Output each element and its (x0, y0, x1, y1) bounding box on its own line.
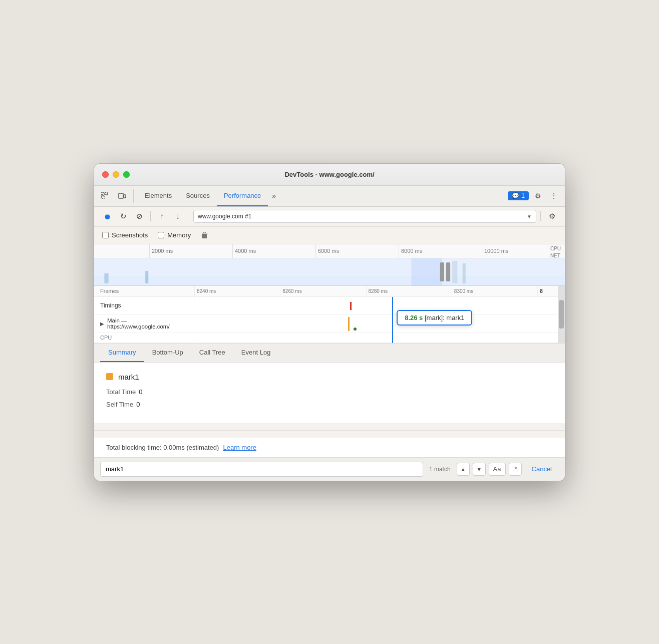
chevron-down-icon: ▼ (476, 466, 482, 472)
capture-options-row: Screenshots Memory 🗑 (94, 227, 565, 244)
tab-call-tree[interactable]: Call Tree (191, 344, 233, 362)
main-activity-bar (348, 317, 350, 331)
screenshots-checkbox[interactable] (102, 232, 109, 238)
cpu-content[interactable] (194, 333, 565, 343)
detail-mark-3: 8300 ms (452, 286, 537, 296)
bottom-tab-bar: Summary Bottom-Up Call Tree Event Log (94, 344, 565, 363)
upload-button[interactable]: ↑ (155, 209, 169, 223)
mark-name: mark1 (118, 373, 139, 381)
svg-rect-8 (452, 261, 457, 283)
devtools-icons (98, 189, 134, 203)
more-tabs-button[interactable]: » (268, 185, 280, 206)
ruler-mark-3: 8000 ms (399, 244, 482, 258)
search-cancel-button[interactable]: Cancel (525, 462, 559, 477)
total-time-label: Total Time (106, 388, 136, 396)
main-label: ▶ Main — https://www.google.com/ (94, 315, 194, 333)
learn-more-link[interactable]: Learn more (223, 444, 256, 451)
minimize-button[interactable] (113, 171, 119, 178)
screenshots-checkbox-label[interactable]: Screenshots (102, 231, 148, 239)
ruler-mark-2: 6000 ms (315, 244, 399, 258)
regex-button[interactable]: .* (509, 463, 522, 476)
blocking-time-text: Total blocking time: 0.00ms (estimated) (106, 444, 219, 451)
total-time-value: 0 (139, 388, 142, 396)
inspect-icon[interactable] (98, 189, 112, 203)
svg-rect-6 (104, 273, 108, 283)
tab-performance[interactable]: Performance (217, 185, 268, 206)
summary-panel: mark1 Total Time 0 Self Time 0 (94, 363, 565, 423)
toolbar-separator-2 (189, 211, 189, 221)
ruler-mark-0: 2000 ms (149, 244, 232, 258)
mark-header: mark1 (106, 373, 553, 381)
case-sensitive-button[interactable]: Aa (489, 463, 506, 476)
toolbar-separator-3 (540, 211, 541, 221)
timing-tooltip: 8.26 s [mark]: mark1 (397, 310, 472, 326)
search-prev-button[interactable]: ▲ (457, 463, 470, 476)
cpu-row: CPU (94, 333, 565, 343)
url-selector[interactable]: www.google.com #1 ▼ (193, 210, 536, 223)
close-button[interactable] (102, 171, 109, 178)
ruler-marks: 2000 ms 4000 ms 6000 ms 8000 ms 10000 ms (94, 244, 565, 258)
svg-rect-0 (102, 192, 104, 195)
download-button[interactable]: ↓ (171, 209, 185, 223)
device-toggle-icon[interactable] (115, 189, 129, 203)
search-match-count: 1 match (426, 466, 454, 473)
total-time-row: Total Time 0 (106, 388, 553, 396)
more-options-icon[interactable]: ⋮ (547, 189, 561, 203)
toolbar-separator (150, 211, 151, 221)
devtools-right-actions: 💬 1 ⚙ ⋮ (508, 189, 561, 203)
clear-recordings-button[interactable]: 🗑 (201, 231, 209, 240)
svg-rect-1 (102, 196, 104, 198)
search-bar: 1 match ▲ ▼ Aa .* Cancel (94, 457, 565, 481)
timeline-overview-chart[interactable] (94, 258, 565, 286)
timeline-detail-wrapper: Frames 8240 ms 8260 ms 8280 ms 8300 ms 8… (94, 286, 565, 343)
settings-icon[interactable]: ⚙ (531, 189, 545, 203)
search-next-button[interactable]: ▼ (473, 463, 486, 476)
bottom-panel: Summary Bottom-Up Call Tree Event Log ma… (94, 343, 565, 481)
detail-mark-0: 8240 ms (194, 286, 280, 296)
main-content[interactable] (194, 315, 565, 333)
tooltip-time: 8.26 s (405, 314, 423, 321)
green-indicator (354, 328, 357, 331)
time-cursor[interactable] (392, 297, 393, 343)
tab-bottom-up[interactable]: Bottom-Up (144, 344, 191, 362)
timings-row: Timings (94, 297, 565, 315)
ruler-mark-1: 4000 ms (232, 244, 315, 258)
blocking-time-row: Total blocking time: 0.00ms (estimated) … (106, 444, 553, 451)
timeline-scrollbar[interactable] (558, 286, 565, 343)
url-text: www.google.com #1 (198, 213, 525, 220)
tab-sources[interactable]: Sources (179, 185, 217, 206)
memory-checkbox[interactable] (158, 232, 164, 238)
timings-content[interactable] (194, 297, 565, 314)
svg-rect-5 (94, 276, 565, 286)
traffic-lights (102, 171, 130, 178)
svg-rect-3 (119, 193, 123, 198)
cpu-label: CPU (94, 333, 194, 343)
console-badge[interactable]: 💬 1 (508, 191, 529, 200)
tab-event-log[interactable]: Event Log (233, 344, 279, 362)
overview-ruler: 2000 ms 4000 ms 6000 ms 8000 ms 10000 ms… (94, 244, 565, 258)
tab-summary[interactable]: Summary (100, 344, 144, 362)
window-title: DevTools - www.google.com/ (284, 171, 374, 178)
svg-rect-10 (411, 258, 442, 286)
maximize-button[interactable] (123, 171, 130, 178)
svg-rect-11 (440, 262, 444, 281)
search-input[interactable] (100, 462, 423, 477)
tab-elements[interactable]: Elements (138, 185, 179, 206)
timeline-area: 2000 ms 4000 ms 6000 ms 8000 ms 10000 ms… (94, 244, 565, 343)
clear-button[interactable]: ⊘ (132, 209, 146, 223)
cpu-net-labels: CPU NET (550, 245, 561, 258)
svg-rect-2 (105, 192, 108, 195)
detail-mark-2: 8280 ms (366, 286, 452, 296)
scrollbar-thumb[interactable] (559, 300, 564, 329)
url-dropdown-arrow: ▼ (527, 214, 532, 219)
expand-main-button[interactable]: ▶ (100, 321, 104, 327)
memory-checkbox-label[interactable]: Memory (158, 231, 191, 239)
detail-mark-1: 8260 ms (280, 286, 366, 296)
capture-settings-button[interactable]: ⚙ (545, 209, 559, 223)
devtools-window: DevTools - www.google.com/ Elements (94, 164, 565, 481)
reload-record-button[interactable]: ↻ (116, 209, 130, 223)
record-button[interactable]: ⏺ (100, 209, 114, 223)
summary-divider (94, 430, 565, 431)
detail-ruler-marks: 8240 ms 8260 ms 8280 ms 8300 ms 8 (194, 286, 565, 296)
devtools-tab-bar: Elements Sources Performance » 💬 1 ⚙ ⋮ (94, 186, 565, 207)
